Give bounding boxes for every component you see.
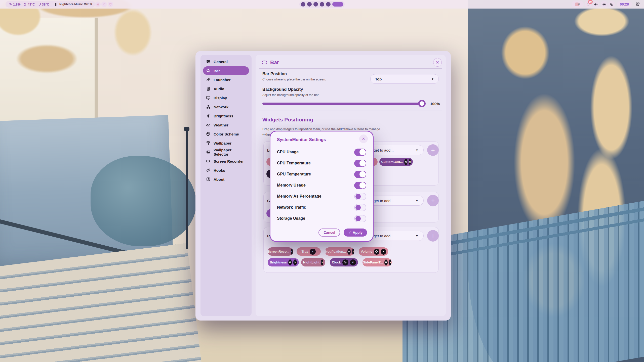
gpu-temperature-toggle[interactable] <box>354 171 366 178</box>
gear-icon[interactable] <box>288 259 292 265</box>
volume-icon[interactable] <box>592 1 599 8</box>
widget-chip[interactable]: CustomButt... × <box>379 158 413 166</box>
modal-title: SystemMonitor Settings <box>277 135 326 144</box>
media-player-pill[interactable]: Nightcore Music Mix 20... <box>52 1 95 8</box>
widget-chip[interactable]: Volume × <box>359 247 388 256</box>
background-opacity-slider[interactable]: 100% <box>262 100 443 108</box>
slider-track[interactable] <box>262 103 425 105</box>
remove-icon[interactable]: × <box>381 249 386 255</box>
workspaces-indicator[interactable] <box>299 1 345 8</box>
divider <box>259 111 442 111</box>
sidebar-item-label: Wallpaper Selector <box>214 148 246 156</box>
cancel-button[interactable]: Cancel <box>318 229 340 237</box>
remove-icon[interactable]: × <box>293 259 297 265</box>
chevron-down-icon: ▼ <box>416 149 418 152</box>
sidebar-item-bar[interactable]: Bar <box>203 66 249 75</box>
workspace-dot[interactable] <box>307 2 312 7</box>
gear-icon[interactable] <box>342 259 348 265</box>
remove-icon[interactable]: × <box>321 259 323 265</box>
system-tray-pill[interactable]: ❋ <box>572 1 584 8</box>
sidebar-item-display[interactable]: Display <box>203 94 249 102</box>
sidebar-item-audio[interactable]: Audio <box>203 84 249 93</box>
storage-usage-toggle[interactable] <box>354 215 366 222</box>
workspace-dot[interactable] <box>301 2 305 7</box>
wallpaper-lamppost <box>186 131 188 249</box>
remove-icon[interactable]: × <box>291 249 293 255</box>
workspace-active-dot[interactable] <box>332 2 343 7</box>
top-bar: 1.8% 43°C 38°C 9.7G Nightcore Music Mix … <box>0 0 644 9</box>
workspace-dot[interactable] <box>313 2 318 7</box>
sidebar-item-launcher[interactable]: Launcher <box>203 75 249 84</box>
network-traffic-toggle[interactable] <box>354 204 366 211</box>
remove-icon[interactable]: × <box>409 159 411 165</box>
clock[interactable]: 00:28 <box>617 1 632 8</box>
widget-chip[interactable]: SidePanelT... × <box>363 258 392 266</box>
chevron-down-icon: ▼ <box>416 199 418 202</box>
sliders-icon <box>206 59 211 64</box>
systemmonitor-settings-modal: SystemMonitor Settings ✕ CPU Usage CPU T… <box>270 131 374 242</box>
nightlight-off-icon[interactable] <box>608 1 615 8</box>
sidebar-item-label: Display <box>214 96 227 100</box>
bar-position-select[interactable]: Top ▼ <box>370 74 439 84</box>
memory-usage-toggle[interactable] <box>354 182 366 189</box>
monitor-icon <box>37 3 41 6</box>
widget-chip[interactable]: Notification... × <box>325 247 354 256</box>
link-icon <box>206 168 211 172</box>
bar-oval-icon <box>262 61 267 64</box>
heart-icon[interactable]: ♡ <box>108 2 113 7</box>
skull-icon[interactable]: ☠ <box>95 2 101 7</box>
sidebar-item-network[interactable]: Network <box>203 103 249 111</box>
paint-roller-icon <box>206 141 211 145</box>
sidebar-item-wallpaper[interactable]: Wallpaper <box>203 139 249 147</box>
palette-icon <box>206 132 211 136</box>
sidebar-item-about[interactable]: About <box>203 175 249 184</box>
toggle-row-memory-as-percentage: Memory As Percentage <box>277 191 366 202</box>
remove-icon[interactable]: × <box>350 259 356 265</box>
workspace-dot[interactable] <box>320 2 324 7</box>
brightness-icon[interactable] <box>601 1 608 8</box>
heart-icon[interactable]: ♡ <box>101 2 107 7</box>
toggle-row-gpu-temperature: GPU Temperature <box>277 169 366 180</box>
tray-app-icon[interactable]: ❋ <box>578 3 580 6</box>
sidebar-item-color-scheme[interactable]: Color Scheme <box>203 130 249 138</box>
sidebar-item-wallpaper-selector[interactable]: Wallpaper Selector <box>203 148 249 156</box>
cpu-usage-toggle[interactable] <box>354 149 366 156</box>
gear-icon[interactable] <box>384 259 388 265</box>
sidebar-item-hooks[interactable]: Hooks <box>203 166 249 174</box>
cpu-temp-stat: 43°C <box>23 3 35 6</box>
left-add-widget-button[interactable]: + <box>427 144 439 156</box>
memory-as-percentage-toggle[interactable] <box>354 193 366 200</box>
remove-icon[interactable]: × <box>310 249 316 255</box>
sidebar-item-weather[interactable]: Weather <box>203 121 249 129</box>
workspace-dot[interactable] <box>326 2 331 7</box>
sidebar-item-label: Weather <box>214 123 228 127</box>
gear-icon[interactable] <box>347 249 351 255</box>
cpu-temperature-toggle[interactable] <box>354 160 366 167</box>
widget-chip[interactable]: Brightness × <box>268 258 299 266</box>
slider-knob[interactable] <box>418 100 426 107</box>
center-add-widget-button[interactable]: + <box>427 195 439 206</box>
dashboard-icon[interactable] <box>634 1 641 8</box>
right-add-widget-button[interactable]: + <box>427 230 439 242</box>
modal-close-button[interactable]: ✕ <box>359 134 368 143</box>
divider <box>277 146 366 146</box>
widget-chip[interactable]: Clock × <box>330 258 358 266</box>
sidebar-item-general[interactable]: General <box>203 57 249 66</box>
widget-chip[interactable]: NightLight × <box>301 258 325 266</box>
sidebar-item-label: Audio <box>214 87 224 91</box>
sidebar-item-screen-recorder[interactable]: Screen Recorder <box>203 157 249 165</box>
speaker-box-icon <box>206 86 211 91</box>
sidebar-item-brightness[interactable]: Brightness <box>203 112 249 120</box>
widget-chip[interactable]: Tray × <box>297 247 321 256</box>
gear-icon[interactable] <box>374 249 379 255</box>
remove-icon[interactable]: × <box>352 249 354 255</box>
toggle-row-memory-usage: Memory Usage <box>277 180 366 191</box>
apply-button[interactable]: ✓ Apply <box>344 229 367 237</box>
remove-icon[interactable]: × <box>389 259 391 265</box>
sun-icon <box>206 114 211 118</box>
widget-chip[interactable]: ScreenReco... × <box>268 247 293 256</box>
sidebar-item-label: Network <box>214 105 228 109</box>
gear-icon[interactable] <box>404 159 408 165</box>
window-close-button[interactable]: ✕ <box>433 58 442 67</box>
wallpaper-foliage-left <box>0 0 171 90</box>
